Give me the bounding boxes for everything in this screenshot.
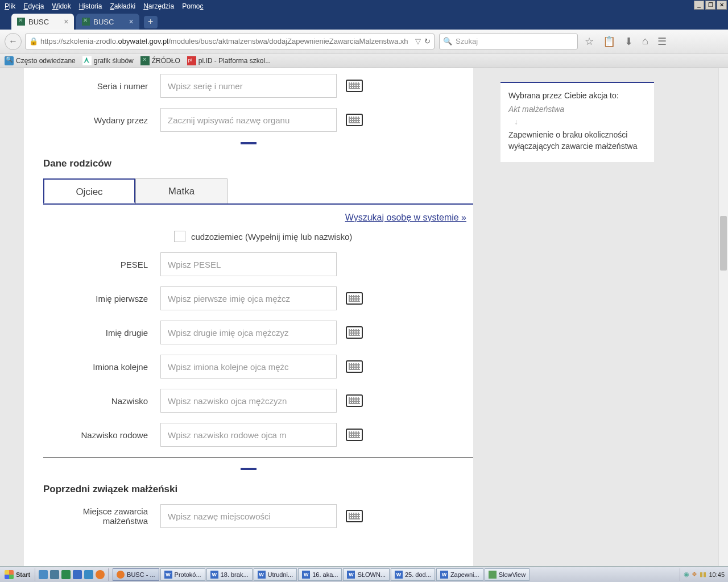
vertical-scrollbar[interactable] [718, 68, 728, 566]
menu-pomoc[interactable]: Pomoc [182, 2, 203, 10]
keyboard-icon[interactable] [346, 394, 363, 407]
menu-widok[interactable]: Widok [52, 2, 71, 10]
search-person-link[interactable]: Wyszukaj osobę w systemie » [24, 213, 466, 223]
tray-icon[interactable]: ❖ [692, 571, 697, 578]
input-nazwisko[interactable] [160, 389, 337, 413]
label-imiona: Imiona kolejne [24, 362, 160, 372]
menu-edycja[interactable]: Edycja [23, 2, 44, 10]
task-button[interactable]: SlowView [485, 568, 530, 581]
maximize-button[interactable]: ❐ [705, 1, 715, 10]
bookmark-icon [140, 56, 150, 65]
task-button[interactable]: 18. brak... [206, 568, 253, 581]
task-button[interactable]: BUSC - ... [113, 568, 159, 581]
menu-plik[interactable]: Plik [5, 2, 15, 10]
input-imie2[interactable] [160, 321, 337, 344]
search-icon: 🔍 [443, 37, 452, 45]
label-cudzoziemiec: cudzoziemiec (Wypełnij imię lub nazwisko… [191, 232, 352, 242]
slowview-icon [489, 571, 497, 579]
bookmarks-bar: Często odwiedzane grafik ślubów ŹRÓDŁO p… [0, 53, 728, 68]
task-button[interactable]: Zapewni... [436, 568, 483, 581]
clipboard-icon[interactable]: 📋 [603, 35, 615, 48]
bookmark-czesto[interactable]: Często odwiedzane [5, 56, 76, 65]
word-icon [347, 571, 355, 579]
lock-icon: 🔒 [29, 37, 38, 45]
keyboard-icon[interactable] [346, 114, 363, 126]
main-form-panel: Seria i numer Wydany przez Dane rodziców… [24, 68, 473, 566]
bookmark-star-icon[interactable]: ☆ [585, 35, 594, 48]
word-icon [164, 571, 172, 579]
ql-icon[interactable] [50, 570, 59, 579]
browser-tab-bar: BUSC × BUSC × + [0, 13, 728, 30]
keyboard-icon[interactable] [346, 292, 363, 305]
new-tab-button[interactable]: + [144, 16, 158, 28]
word-icon [302, 571, 310, 579]
input-imie1[interactable] [160, 286, 337, 310]
task-button[interactable]: 25. dod... [391, 568, 435, 581]
tab-matka[interactable]: Matka [135, 178, 228, 203]
tray-icon[interactable]: ▮▮ [700, 571, 706, 578]
start-button[interactable]: Start [0, 567, 35, 582]
scroll-thumb[interactable] [720, 216, 727, 271]
input-nazrod[interactable] [160, 423, 337, 447]
search-input[interactable]: 🔍 Szukaj [439, 34, 578, 49]
tab-favicon-icon [17, 18, 25, 26]
url-input[interactable]: 🔒 https://szkolenia-zrodlo.obywatel.gov.… [25, 34, 435, 49]
task-button[interactable]: Utrudni... [254, 568, 297, 581]
quick-launch [35, 568, 109, 581]
url-dropdown-icon[interactable]: ▽ [412, 37, 424, 45]
section-divider-icon[interactable] [241, 468, 257, 470]
tab-close-icon[interactable]: × [64, 17, 68, 26]
toolbar-icons: ☆ 📋 ⬇ ⌂ ☰ [585, 35, 667, 48]
home-icon[interactable]: ⌂ [642, 35, 648, 47]
keyboard-icon[interactable] [346, 326, 363, 339]
keyboard-icon[interactable] [346, 360, 363, 373]
menu-historia[interactable]: Historia [79, 2, 102, 10]
input-wydany[interactable] [160, 108, 337, 132]
bookmark-zrodlo[interactable]: ŹRÓDŁO [140, 56, 180, 65]
input-seria[interactable] [160, 74, 337, 98]
browser-tab-2[interactable]: BUSC × [76, 14, 139, 30]
label-nazwisko: Nazwisko [24, 396, 160, 406]
nav-back-button[interactable]: ← [5, 33, 22, 50]
ql-icon[interactable] [73, 570, 82, 579]
tab-close-icon[interactable]: × [129, 17, 133, 26]
menu-icon[interactable]: ☰ [657, 35, 667, 48]
bookmark-grafik[interactable]: grafik ślubów [82, 56, 134, 65]
browser-tab-1[interactable]: BUSC × [11, 14, 74, 30]
reload-icon[interactable]: ↻ [424, 37, 431, 45]
ql-icon[interactable] [84, 570, 93, 579]
heading-poprzedni: Poprzedni związek małżeński [43, 484, 473, 495]
ql-icon[interactable] [96, 570, 105, 579]
parent-tabs: Ojciec Matka [43, 178, 473, 205]
keyboard-icon[interactable] [346, 80, 363, 92]
downloads-icon[interactable]: ⬇ [624, 35, 633, 48]
windows-flag-icon [5, 570, 14, 579]
ql-icon[interactable] [61, 570, 71, 579]
tab-title: BUSC [28, 18, 49, 26]
ql-icon[interactable] [39, 570, 48, 579]
input-pesel[interactable] [160, 252, 337, 276]
label-nazrod: Nazwisko rodowe [24, 430, 160, 440]
task-button[interactable]: Protokó... [160, 568, 205, 581]
bookmark-icon [187, 56, 196, 65]
bookmark-plid[interactable]: pl.ID - Platforma szkol... [187, 56, 271, 65]
menu-narzedzia[interactable]: Narzędzia [143, 2, 174, 10]
side-heading: Wybrana przez Ciebie akcja to: [508, 91, 646, 100]
task-button[interactable]: SŁOWN... [343, 568, 390, 581]
checkbox-cudzoziemiec[interactable] [174, 231, 185, 242]
input-miejsce[interactable] [160, 504, 337, 528]
keyboard-icon[interactable] [346, 510, 363, 522]
window-controls: _ ❐ ✕ [693, 1, 727, 10]
arrow-down-icon: ↓ [514, 117, 646, 126]
minimize-button[interactable]: _ [694, 1, 704, 10]
tab-ojciec[interactable]: Ojciec [43, 178, 135, 203]
tray-icon[interactable]: ◉ [684, 571, 689, 578]
section-divider-icon[interactable] [241, 142, 257, 144]
word-icon [440, 571, 448, 579]
menu-zakladki[interactable]: Zakładki [110, 2, 135, 10]
input-imiona[interactable] [160, 355, 337, 379]
task-button[interactable]: 16. aka... [298, 568, 342, 581]
close-button[interactable]: ✕ [717, 1, 727, 10]
keyboard-icon[interactable] [346, 429, 363, 441]
bookmark-icon [82, 56, 92, 65]
